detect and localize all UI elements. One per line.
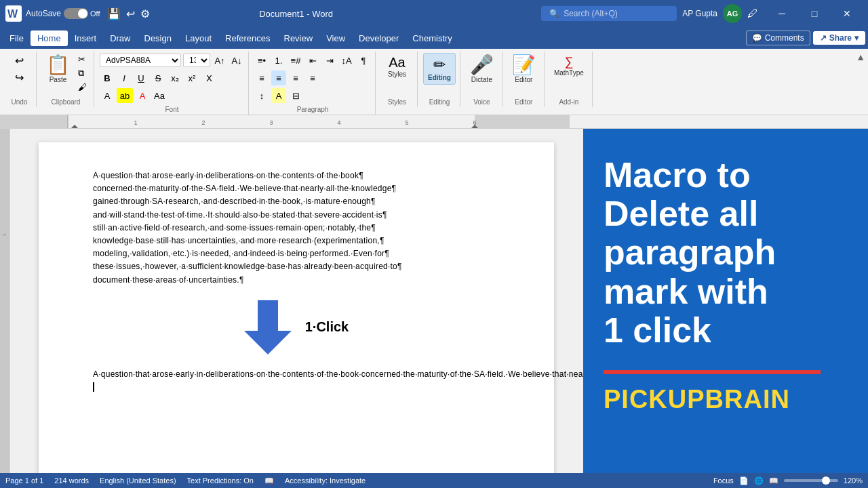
font-select[interactable]: AdvPSA88A <box>100 54 181 67</box>
avatar[interactable]: AG <box>723 4 742 23</box>
menu-draw[interactable]: Draw <box>103 30 137 46</box>
zoom-thumb <box>822 476 830 485</box>
italic-button[interactable]: I <box>117 70 132 85</box>
autosave-toggle[interactable] <box>64 8 88 19</box>
menu-developer[interactable]: Developer <box>352 30 406 46</box>
view-web-icon[interactable]: 🌐 <box>754 476 764 485</box>
titlebar-icons: 💾 ↩ ⚙ <box>107 7 150 20</box>
comments-button[interactable]: 💬 Comments <box>746 30 810 45</box>
focus-label[interactable]: Focus <box>713 476 734 485</box>
one-click-label: 1·Click <box>305 319 349 335</box>
cut-button[interactable]: ✂ <box>75 53 90 66</box>
share-button[interactable]: ↗ Share ▾ <box>813 31 865 45</box>
menu-insert[interactable]: Insert <box>68 30 104 46</box>
redo-button[interactable]: ↪ <box>12 70 26 85</box>
shading-button[interactable]: A <box>271 88 286 103</box>
ribbon: ↩ ↪ Undo 📋 Paste ✂ ⧉ 🖌 Clipboard <box>0 49 868 115</box>
editing-group: ✏ Editing Editing <box>419 52 460 107</box>
window-controls: ─ □ ✕ <box>766 3 863 24</box>
save-icon[interactable]: 💾 <box>107 7 121 20</box>
mathtype-button[interactable]: ∑ MathType <box>550 53 588 79</box>
dictate-button[interactable]: 🎤 Dictate <box>466 53 498 86</box>
format-painter-button[interactable]: 🖌 <box>75 81 90 94</box>
statusbar: Page 1 of 1 214 words English (United St… <box>0 473 868 488</box>
bold-button[interactable]: B <box>100 70 115 85</box>
accessibility: Accessibility: Investigate <box>285 476 366 485</box>
decrease-indent-button[interactable]: ⇤ <box>305 53 320 68</box>
font-color-button[interactable]: A <box>135 88 150 103</box>
doc-page: A·question·that·arose·early·in·deliberat… <box>39 142 554 473</box>
svg-text:1: 1 <box>134 119 137 126</box>
svg-text:3: 3 <box>269 119 273 126</box>
paragraph-2[interactable]: A·question·that·arose·early·in·deliberat… <box>93 368 500 394</box>
highlight-color-button[interactable]: ab <box>117 88 133 103</box>
subscript-button[interactable]: x₂ <box>167 70 182 85</box>
menu-design[interactable]: Design <box>138 30 178 46</box>
strikethrough-button[interactable]: S <box>151 70 165 85</box>
text-predictions: Text Predictions: On <box>187 476 254 485</box>
line-spacing-button[interactable]: ↕ <box>254 88 269 103</box>
zoom-level[interactable]: 120% <box>844 476 863 485</box>
paste-button[interactable]: 📋 Paste <box>42 53 74 86</box>
doc-area[interactable]: A·question·that·arose·early·in·deliberat… <box>9 129 583 473</box>
font-size-select[interactable]: 13 <box>183 54 210 67</box>
menu-chemistry[interactable]: Chemistry <box>406 30 459 46</box>
svg-text:2: 2 <box>201 119 205 126</box>
svg-rect-4 <box>475 115 570 129</box>
close-button[interactable]: ✕ <box>831 3 863 24</box>
borders-button[interactable]: ⊟ <box>288 88 303 103</box>
increase-font-icon[interactable]: A↑ <box>212 53 227 68</box>
down-arrow-svg <box>244 300 292 354</box>
copy-button[interactable]: ⧉ <box>75 66 90 80</box>
styles-button[interactable]: Aa Styles <box>384 53 411 81</box>
justify-button[interactable]: ≡ <box>305 70 320 85</box>
search-box[interactable]: 🔍 <box>541 6 677 21</box>
editing-button[interactable]: ✏ Editing <box>423 53 456 85</box>
titlebar: W AutoSave Off 💾 ↩ ⚙ Document1 - Word 🔍 … <box>0 0 868 27</box>
menu-layout[interactable]: Layout <box>178 30 218 46</box>
sort-button[interactable]: ↕A <box>339 53 354 68</box>
undo-icon[interactable]: ↩ <box>126 7 135 20</box>
increase-indent-button[interactable]: ⇥ <box>322 53 337 68</box>
show-marks-button[interactable]: ¶ <box>356 53 371 68</box>
decrease-font-icon[interactable]: A↓ <box>229 53 244 68</box>
undo-button[interactable]: ↩ <box>12 53 26 68</box>
menu-home[interactable]: Home <box>31 30 68 46</box>
view-read-icon[interactable]: 📖 <box>769 476 778 485</box>
multilevel-list-button[interactable]: ≡# <box>288 53 303 68</box>
change-case-button[interactable]: Aa <box>152 88 167 103</box>
align-center-button[interactable]: ≡ <box>271 70 286 85</box>
ruler-svg: 1 2 3 4 5 6 <box>0 115 570 129</box>
share-icon: ↗ <box>820 33 827 43</box>
page-info: Page 1 of 1 <box>5 476 43 485</box>
svg-text:5: 5 <box>405 119 408 126</box>
menu-review[interactable]: Review <box>277 30 320 46</box>
pen-icon[interactable]: 🖊 <box>747 7 758 20</box>
menu-references[interactable]: References <box>218 30 277 46</box>
svg-text:4: 4 <box>337 119 340 126</box>
text-effects-button[interactable]: A <box>100 88 115 103</box>
menubar: File Home Insert Draw Design Layout Refe… <box>0 27 868 49</box>
menu-view[interactable]: View <box>319 30 352 46</box>
customize-icon[interactable]: ⚙ <box>140 7 150 20</box>
zoom-slider[interactable] <box>784 479 838 482</box>
menu-file[interactable]: File <box>3 30 31 46</box>
addin-group: ∑ MathType Add-in <box>546 52 593 107</box>
view-normal-icon[interactable]: 📄 <box>739 476 749 485</box>
minimize-button[interactable]: ─ <box>766 3 797 24</box>
align-left-button[interactable]: ≡ <box>254 70 269 85</box>
word-count: 214 words <box>54 476 89 485</box>
maximize-button[interactable]: □ <box>799 3 830 24</box>
ribbon-collapse-icon[interactable]: ▲ <box>856 52 865 62</box>
search-input[interactable] <box>564 9 665 18</box>
underline-button[interactable]: U <box>134 70 149 85</box>
align-right-button[interactable]: ≡ <box>288 70 303 85</box>
superscript-button[interactable]: x² <box>184 70 199 85</box>
statusbar-right: Focus 📄 🌐 📖 120% <box>713 476 863 485</box>
clear-format-button[interactable]: Ⅹ <box>201 70 216 85</box>
ruler: 1 2 3 4 5 6 <box>0 115 868 129</box>
numbering-button[interactable]: 1. <box>271 53 286 68</box>
editor-button[interactable]: 📝 Editor <box>508 53 540 86</box>
bullets-button[interactable]: ≡• <box>254 53 269 68</box>
autosave-state: Off <box>90 9 100 18</box>
